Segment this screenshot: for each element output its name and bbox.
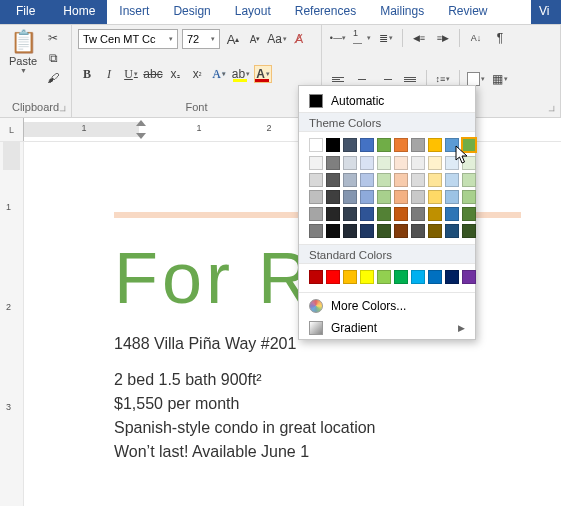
- color-swatch[interactable]: [309, 156, 323, 170]
- color-swatch[interactable]: [445, 190, 459, 204]
- color-swatch[interactable]: [343, 207, 357, 221]
- color-swatch[interactable]: [343, 173, 357, 187]
- color-swatch[interactable]: [377, 224, 391, 238]
- tab-file[interactable]: File: [0, 0, 51, 24]
- color-swatch[interactable]: [309, 173, 323, 187]
- color-swatch[interactable]: [445, 270, 459, 284]
- color-swatch[interactable]: [343, 156, 357, 170]
- text-effects-button[interactable]: A▾: [210, 65, 228, 83]
- bold-button[interactable]: B: [78, 65, 96, 83]
- color-swatch[interactable]: [462, 173, 476, 187]
- color-swatch[interactable]: [428, 156, 442, 170]
- color-swatch[interactable]: [411, 224, 425, 238]
- superscript-button[interactable]: x: [188, 65, 206, 83]
- strikethrough-button[interactable]: abc: [144, 65, 162, 83]
- color-swatch[interactable]: [326, 224, 340, 238]
- tab-home[interactable]: Home: [51, 0, 107, 24]
- grow-font-button[interactable]: A▴: [224, 30, 242, 48]
- change-case-button[interactable]: Aa▾: [268, 30, 286, 48]
- color-swatch[interactable]: [394, 156, 408, 170]
- font-color-button[interactable]: A▾: [254, 65, 272, 83]
- italic-button[interactable]: I: [100, 65, 118, 83]
- color-swatch[interactable]: [394, 224, 408, 238]
- clear-formatting-button[interactable]: A̸: [290, 30, 308, 48]
- color-swatch[interactable]: [326, 190, 340, 204]
- color-swatch[interactable]: [377, 207, 391, 221]
- color-swatch[interactable]: [428, 173, 442, 187]
- sort-button[interactable]: [466, 29, 486, 47]
- color-swatch[interactable]: [377, 138, 391, 152]
- color-swatch[interactable]: [360, 156, 374, 170]
- decrease-indent-button[interactable]: [409, 29, 429, 47]
- color-swatch[interactable]: [394, 190, 408, 204]
- tab-references[interactable]: References: [283, 0, 368, 24]
- shrink-font-button[interactable]: A▾: [246, 30, 264, 48]
- document-line-3[interactable]: Spanish-style condo in great location: [114, 416, 541, 440]
- color-swatch[interactable]: [377, 156, 391, 170]
- color-swatch[interactable]: [343, 224, 357, 238]
- copy-button[interactable]: ⧉: [44, 49, 62, 67]
- color-swatch[interactable]: [428, 207, 442, 221]
- color-swatch[interactable]: [462, 156, 476, 170]
- color-swatch[interactable]: [411, 270, 425, 284]
- document-body[interactable]: 1488 Villa Piña Way #201 2 bed 1.5 bath …: [114, 332, 541, 464]
- highlight-button[interactable]: ab▾: [232, 65, 250, 83]
- color-swatch[interactable]: [360, 138, 374, 152]
- color-swatch[interactable]: [462, 270, 476, 284]
- numbering-button[interactable]: ▾: [352, 29, 372, 47]
- multilevel-list-button[interactable]: ▾: [376, 29, 396, 47]
- color-swatch[interactable]: [462, 190, 476, 204]
- color-swatch[interactable]: [411, 190, 425, 204]
- cut-button[interactable]: ✂: [44, 29, 62, 47]
- color-swatch[interactable]: [428, 138, 442, 152]
- color-swatch[interactable]: [360, 173, 374, 187]
- color-swatch[interactable]: [309, 224, 323, 238]
- gradient-menu[interactable]: Gradient ▶: [299, 317, 475, 339]
- more-colors[interactable]: More Colors...: [299, 295, 475, 317]
- color-swatch[interactable]: [462, 224, 476, 238]
- format-painter-button[interactable]: 🖌: [44, 69, 62, 87]
- color-swatch[interactable]: [394, 270, 408, 284]
- color-swatch[interactable]: [343, 270, 357, 284]
- color-swatch[interactable]: [343, 138, 357, 152]
- paste-button[interactable]: 📋 Paste ▼: [6, 29, 40, 73]
- color-swatch[interactable]: [445, 207, 459, 221]
- document-page[interactable]: For Rent 1488 Villa Piña Way #201 2 bed …: [24, 142, 561, 506]
- color-swatch[interactable]: [377, 270, 391, 284]
- color-swatch[interactable]: [394, 207, 408, 221]
- color-swatch[interactable]: [411, 156, 425, 170]
- color-swatch[interactable]: [326, 270, 340, 284]
- document-line-4[interactable]: Won’t last! Available June 1: [114, 440, 541, 464]
- tab-design[interactable]: Design: [161, 0, 222, 24]
- color-swatch[interactable]: [360, 270, 374, 284]
- color-swatch[interactable]: [309, 207, 323, 221]
- color-swatch[interactable]: [377, 190, 391, 204]
- borders-button[interactable]: ▾: [490, 70, 510, 88]
- color-swatch[interactable]: [445, 224, 459, 238]
- increase-indent-button[interactable]: [433, 29, 453, 47]
- color-swatch[interactable]: [428, 224, 442, 238]
- bullets-button[interactable]: ▾: [328, 29, 348, 47]
- color-swatch[interactable]: [428, 270, 442, 284]
- font-size-combo[interactable]: 72▾: [182, 29, 220, 49]
- tab-selector[interactable]: L: [0, 118, 24, 141]
- tab-mailings[interactable]: Mailings: [368, 0, 436, 24]
- tab-review[interactable]: Review: [436, 0, 499, 24]
- color-swatch[interactable]: [326, 156, 340, 170]
- color-swatch[interactable]: [326, 173, 340, 187]
- underline-button[interactable]: U▾: [122, 65, 140, 83]
- subscript-button[interactable]: x: [166, 65, 184, 83]
- color-swatch[interactable]: [394, 138, 408, 152]
- vertical-ruler[interactable]: 1 2 3: [0, 142, 24, 506]
- color-swatch[interactable]: [411, 207, 425, 221]
- color-swatch[interactable]: [462, 207, 476, 221]
- tab-layout[interactable]: Layout: [223, 0, 283, 24]
- color-swatch[interactable]: [326, 207, 340, 221]
- color-swatch[interactable]: [343, 190, 357, 204]
- color-swatch[interactable]: [462, 138, 476, 152]
- color-swatch[interactable]: [394, 173, 408, 187]
- color-swatch[interactable]: [360, 224, 374, 238]
- color-swatch[interactable]: [445, 173, 459, 187]
- color-swatch[interactable]: [445, 138, 459, 152]
- show-hide-button[interactable]: [490, 29, 510, 47]
